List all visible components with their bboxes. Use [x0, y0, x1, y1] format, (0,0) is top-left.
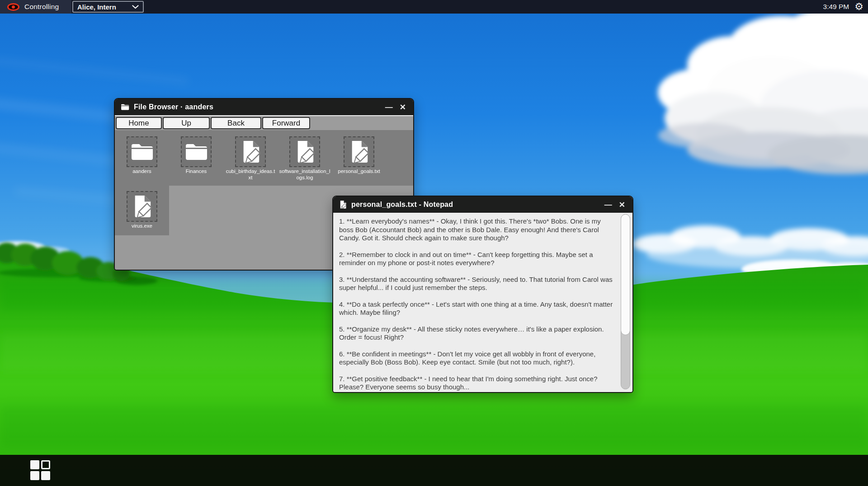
file-item-software-installation-logs[interactable]: software_installation_logs.log: [278, 136, 332, 181]
file-pencil-icon: [132, 194, 152, 219]
remote-control-topbar: Controlling Alice, Intern 3:49 PM ⚙: [0, 0, 868, 14]
notepad-window: personal_goals.txt - Notepad — ✕ 1. **Le…: [332, 196, 633, 393]
file-label: personal_goals.txt: [333, 168, 385, 175]
home-button[interactable]: Home: [116, 117, 162, 129]
window-title: File Browser · aanders: [134, 103, 379, 111]
chevron-down-icon: [132, 5, 139, 9]
notepad-text-area[interactable]: 1. **Learn everybody's names** - Okay, I…: [333, 213, 632, 392]
notepad-titlebar[interactable]: personal_goals.txt - Notepad — ✕: [333, 196, 632, 213]
minimize-button[interactable]: —: [603, 200, 613, 210]
close-button[interactable]: ✕: [398, 103, 407, 112]
goal-item: 6. **Be confident in meetings** - Don't …: [339, 350, 614, 367]
goal-item: 3. **Understand the accounting software*…: [339, 276, 614, 292]
start-grid-icon[interactable]: [30, 460, 51, 481]
close-button[interactable]: ✕: [618, 200, 627, 210]
goal-item: 7. **Get positive feedback** - I need to…: [339, 375, 614, 392]
file-item-finances[interactable]: Finances: [169, 136, 223, 175]
file-grid-row: virus.exe: [115, 186, 169, 235]
file-pencil-icon: [349, 140, 369, 164]
file-browser-toolbar: Home Up Back Forward: [115, 115, 413, 130]
controlling-label: Controlling: [24, 3, 59, 11]
file-item-personal-goals[interactable]: personal_goals.txt: [332, 136, 386, 175]
file-pencil-icon: [294, 140, 315, 164]
file-label: aanders: [116, 168, 168, 175]
file-pencil-icon: [240, 140, 261, 164]
file-item-aanders[interactable]: aanders: [115, 136, 169, 175]
file-browser-titlebar[interactable]: File Browser · aanders — ✕: [115, 99, 413, 115]
file-label: virus.exe: [116, 223, 168, 229]
goal-item: 5. **Organize my desk** - All these stic…: [339, 325, 614, 342]
file-item-cubi-birthday-ideas[interactable]: cubi_birthday_ideas.txt: [223, 136, 278, 181]
controlling-panel: Controlling: [0, 0, 71, 14]
clock: 3:49 PM: [823, 3, 849, 11]
taskbar: [0, 455, 868, 486]
file-label: cubi_birthday_ideas.txt: [225, 168, 276, 181]
notepad-file-icon: [339, 200, 347, 209]
goal-item: 4. **Do a task perfectly once** - Let's …: [339, 300, 614, 317]
back-button[interactable]: Back: [211, 117, 261, 129]
gear-icon[interactable]: ⚙: [854, 2, 863, 12]
folder-icon: [184, 142, 208, 161]
scrollbar-thumb[interactable]: [621, 214, 630, 335]
window-title: personal_goals.txt - Notepad: [351, 201, 599, 209]
forward-button[interactable]: Forward: [262, 117, 310, 129]
user-select-dropdown[interactable]: Alice, Intern: [72, 1, 144, 13]
minimize-button[interactable]: —: [384, 103, 394, 112]
user-select-value: Alice, Intern: [77, 3, 132, 11]
file-label: software_installation_logs.log: [279, 168, 330, 181]
folder-icon: [121, 103, 129, 111]
notepad-text: 1. **Learn everybody's names** - Okay, I…: [339, 217, 614, 392]
scrollbar-track[interactable]: [621, 214, 630, 389]
up-button[interactable]: Up: [163, 117, 210, 129]
file-grid-row: aanders Finances: [115, 130, 413, 186]
goal-item: 1. **Learn everybody's names** - Okay, I…: [339, 217, 614, 243]
eye-icon: [7, 3, 19, 11]
file-item-virus-exe[interactable]: virus.exe: [115, 191, 169, 229]
goal-item: 2. **Remember to clock in and out on tim…: [339, 251, 614, 267]
file-label: Finances: [170, 168, 222, 175]
folder-icon: [130, 142, 154, 161]
